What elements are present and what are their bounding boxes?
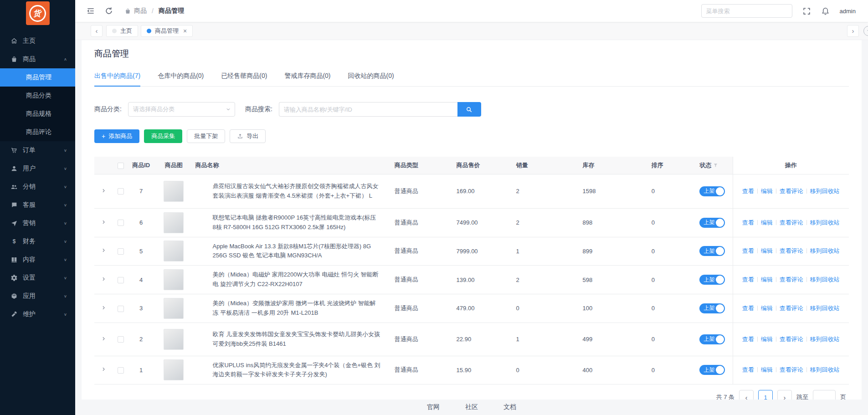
batch-off-shelf-button[interactable]: 批量下架 [187,129,225,143]
row-checkbox[interactable] [118,188,124,195]
view-comments-link[interactable]: 查看评论 [780,276,803,283]
product-image[interactable] [164,269,184,290]
product-image[interactable] [164,329,184,350]
row-checkbox[interactable] [118,248,124,255]
sidebar-item[interactable]: 订单 ∨ [0,141,75,159]
sidebar-item[interactable]: 商品 ∧ [0,50,75,68]
status-toggle[interactable]: 上架 [699,246,725,256]
move-to-recycle-link[interactable]: 移到回收站 [810,305,840,312]
product-image[interactable] [164,359,184,380]
sidebar-item[interactable]: 主页 [0,32,75,50]
close-icon[interactable]: × [183,28,187,34]
product-status-tab[interactable]: 已经售罄商品(0) [221,72,267,86]
sidebar-subitem[interactable]: 商品管理 [0,68,75,87]
sidebar-item[interactable]: 营销 ∨ [0,214,75,232]
product-status-tab[interactable]: 仓库中的商品(0) [158,72,204,86]
product-image[interactable] [164,241,184,261]
export-button[interactable]: 导出 [230,129,266,143]
menu-search-input[interactable] [701,4,792,18]
view-comments-link[interactable]: 查看评论 [780,366,803,373]
filter-funnel-icon[interactable] [713,163,718,168]
fullscreen-icon[interactable] [802,7,811,15]
page-jump-input[interactable] [813,390,836,400]
sidebar-subitem[interactable]: 商品分类 [0,87,75,105]
tabs-scroll-left-button[interactable]: ‹ [91,25,103,37]
row-checkbox[interactable] [118,306,124,312]
sidebar-item[interactable]: 内容 ∨ [0,251,75,269]
app-logo[interactable]: 货 [26,1,50,25]
status-toggle[interactable]: 上架 [699,186,725,196]
product-status-tab[interactable]: 回收站的商品(0) [348,72,394,86]
row-checkbox[interactable] [118,277,124,283]
footer-link[interactable]: 官网 [427,403,440,411]
search-button[interactable] [457,102,481,117]
row-checkbox[interactable] [118,220,124,226]
refresh-icon[interactable] [104,6,113,15]
move-to-recycle-link[interactable]: 移到回收站 [810,188,840,195]
expand-row-icon[interactable] [101,336,107,342]
move-to-recycle-link[interactable]: 移到回收站 [810,276,840,283]
breadcrumb-section[interactable]: 商品 [134,7,147,15]
sidebar-item[interactable]: 维护 ∨ [0,305,75,323]
view-link[interactable]: 查看 [742,247,754,254]
expand-row-icon[interactable] [101,305,107,311]
next-page-button[interactable]: › [777,390,792,400]
status-toggle[interactable]: 上架 [699,365,725,375]
edit-link[interactable]: 编辑 [761,247,773,254]
tabs-scroll-right-button[interactable]: › [847,25,859,37]
move-to-recycle-link[interactable]: 移到回收站 [810,219,840,226]
footer-link[interactable]: 文档 [503,403,516,411]
sidebar-item[interactable]: 用户 ∨ [0,159,75,178]
status-toggle[interactable]: 上架 [699,303,725,313]
notification-bell-icon[interactable] [821,7,830,15]
move-to-recycle-link[interactable]: 移到回收站 [810,366,840,373]
expand-row-icon[interactable] [101,219,107,225]
prev-page-button[interactable]: ‹ [739,390,754,400]
status-toggle[interactable]: 上架 [699,334,725,344]
open-tab[interactable]: 主页 [106,25,138,37]
sidebar-item[interactable]: 应用 ∨ [0,287,75,305]
edit-link[interactable]: 编辑 [761,219,773,226]
sidebar-subitem[interactable]: 商品评论 [0,123,75,141]
sidebar-item[interactable]: 分销 ∨ [0,178,75,196]
page-number-button[interactable]: 1 [758,390,773,400]
product-status-tab[interactable]: 出售中的商品(7) [94,72,140,87]
status-toggle[interactable]: 上架 [699,218,725,228]
product-collect-button[interactable]: 商品采集 [144,129,182,143]
status-toggle[interactable]: 上架 [699,275,725,285]
edit-link[interactable]: 编辑 [761,276,773,283]
expand-row-icon[interactable] [101,366,107,372]
footer-link[interactable]: 社区 [465,403,478,411]
move-to-recycle-link[interactable]: 移到回收站 [810,247,840,254]
user-menu[interactable]: admin [840,8,856,15]
sidebar-item[interactable]: 客服 ∨ [0,196,75,214]
view-link[interactable]: 查看 [742,305,754,312]
sidebar-item[interactable]: 设置 ∨ [0,269,75,287]
product-status-tab[interactable]: 警戒库存商品(0) [284,72,330,86]
row-checkbox[interactable] [118,367,124,374]
view-link[interactable]: 查看 [742,219,754,226]
move-to-recycle-link[interactable]: 移到回收站 [810,336,840,343]
edit-link[interactable]: 编辑 [761,188,773,195]
product-image[interactable] [164,181,184,202]
edit-link[interactable]: 编辑 [761,336,773,343]
view-link[interactable]: 查看 [742,336,754,343]
expand-row-icon[interactable] [101,188,107,194]
edit-link[interactable]: 编辑 [761,305,773,312]
expand-row-icon[interactable] [101,276,107,282]
view-comments-link[interactable]: 查看评论 [780,247,803,254]
category-select[interactable]: 请选择商品分类 [128,102,235,117]
view-comments-link[interactable]: 查看评论 [780,336,803,343]
view-link[interactable]: 查看 [742,366,754,373]
select-all-checkbox[interactable] [118,163,124,169]
view-comments-link[interactable]: 查看评论 [780,219,803,226]
add-product-button[interactable]: + 添加商品 [94,129,139,143]
view-comments-link[interactable]: 查看评论 [780,305,803,312]
view-link[interactable]: 查看 [742,276,754,283]
view-link[interactable]: 查看 [742,188,754,195]
view-comments-link[interactable]: 查看评论 [780,188,803,195]
expand-row-icon[interactable] [101,247,107,253]
sidebar-subitem[interactable]: 商品规格 [0,105,75,123]
product-image[interactable] [164,212,184,233]
tabs-options-icon[interactable] [863,26,868,36]
